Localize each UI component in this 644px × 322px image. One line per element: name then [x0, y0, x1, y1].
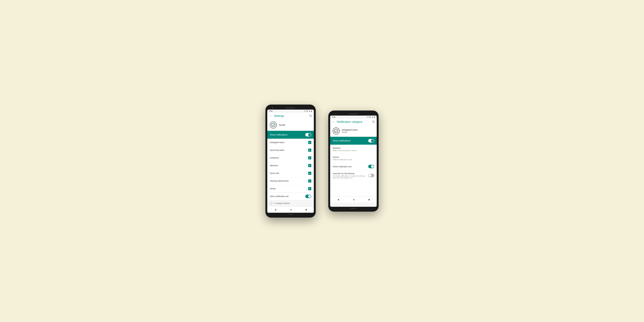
item-label: Upcoming tasks: [270, 149, 306, 151]
sound-title: Sound: [333, 156, 339, 158]
divider: [306, 140, 306, 144]
phone-2: 9:00 ▾ LTE ▲ ▮ ← Notification category: [328, 110, 378, 212]
show-notifications-header: Show notifications: [267, 131, 314, 139]
checkbox-invitations[interactable]: [308, 156, 311, 160]
svg-point-0: [310, 115, 311, 116]
svg-line-4: [374, 122, 374, 123]
svg-line-1: [311, 116, 312, 117]
checkbox-upcoming[interactable]: [308, 148, 311, 152]
battery-icon-2: ▮: [374, 116, 375, 118]
notification-dot-toggle[interactable]: [368, 165, 374, 168]
allow-notification-dot-label: Allow notification dot: [270, 195, 305, 198]
sound-subtitle: Default notification sound: [333, 159, 352, 160]
phone-1-top: [267, 106, 314, 110]
phone-1-bottom-bar: [288, 214, 294, 215]
wifi-icon: ▾: [304, 110, 305, 112]
notification-dot-title-wrapper: Show notification dot: [333, 166, 368, 168]
phone-1-nav-bar: ◄ ● ■: [267, 206, 314, 213]
allow-notification-dot-toggle[interactable]: [305, 195, 311, 198]
sound-item[interactable]: Sound Default notification sound: [330, 154, 377, 163]
nav-back-button[interactable]: ◄: [274, 208, 276, 211]
wifi-icon-2: ▾: [367, 116, 368, 118]
list-item[interactable]: Nozbe: [267, 185, 314, 192]
phone-2-screen: 9:00 ▾ LTE ▲ ▮ ← Notification category: [330, 116, 377, 207]
phone-2-status-bar: 9:00 ▾ LTE ▲ ▮: [330, 116, 377, 119]
nav-back-button-2[interactable]: ◄: [337, 198, 340, 201]
nav-home-button[interactable]: ●: [290, 208, 292, 211]
search-icon-2[interactable]: [372, 120, 375, 124]
divider: [306, 164, 306, 168]
notification-category-settings-list: Behavior Make sound and pop on screen So…: [330, 145, 377, 181]
phone-2-top: [330, 112, 377, 116]
checkbox-nozbe[interactable]: [308, 187, 311, 190]
phone-2-nav-bar: ◄ ● ■: [330, 196, 377, 203]
lte-label: LTE: [305, 110, 308, 112]
list-item[interactable]: Invitations: [267, 154, 314, 162]
nav-recent-button[interactable]: ■: [306, 208, 307, 211]
spacer: [330, 181, 377, 196]
checkbox-mentions[interactable]: [308, 164, 311, 167]
allow-notification-dot-row[interactable]: Allow notification dot: [267, 192, 314, 200]
divider: [306, 187, 306, 190]
app-icon-row-2: Delegated tasks Nozbe: [330, 125, 377, 137]
item-label: Sharing Attachments: [270, 180, 306, 182]
phone-2-app-bar: ← Notification category: [330, 119, 377, 125]
back-button[interactable]: ←: [269, 114, 272, 118]
item-label: Invitations: [270, 156, 306, 159]
signal-icon: ▲: [309, 110, 310, 112]
show-notifications-toggle[interactable]: [305, 133, 311, 136]
item-label: Nozbe: [270, 188, 306, 190]
show-notifications-label-2: Show notifications: [333, 140, 350, 142]
notification-dot-title: Show notification dot: [333, 166, 368, 168]
nav-recent-button-2[interactable]: ■: [368, 198, 370, 201]
search-icon[interactable]: [309, 114, 312, 118]
phone-1-time: 9:00: [269, 110, 272, 112]
back-button-2[interactable]: ←: [332, 120, 335, 124]
phone-1-app-bar: ← Settings: [267, 113, 314, 119]
behavior-subtitle: Make sound and pop on screen: [333, 150, 357, 152]
list-item[interactable]: Upcoming tasks: [267, 146, 314, 154]
app-name-label: Nozbe: [279, 124, 285, 126]
phone-1-camera: [272, 107, 274, 109]
show-notifications-toggle-2[interactable]: [368, 139, 374, 142]
checkbox-quickadd[interactable]: [308, 172, 311, 175]
phone-2-speaker: [349, 113, 358, 114]
behavior-item[interactable]: Behavior Make sound and pop on screen: [330, 145, 377, 154]
nozbe-app-icon-2: [333, 128, 340, 134]
list-item[interactable]: Sharing Attachments: [267, 177, 314, 185]
phone-2-bottom-bar: [350, 208, 356, 209]
notification-dot-item[interactable]: Show notification dot: [330, 163, 377, 170]
svg-point-3: [372, 121, 374, 122]
app-icon-subtitle: Nozbe: [342, 131, 358, 133]
divider: [306, 172, 306, 175]
phone-1-status-icons: ▾ LTE ▲ ▮: [304, 110, 312, 112]
phone-2-status-icons: ▾ LTE ▲ ▮: [367, 116, 375, 118]
svg-point-5: [334, 129, 338, 133]
notification-category-title: Notification category: [337, 120, 370, 124]
checkbox-delegated[interactable]: [308, 141, 311, 144]
app-icon-row: Nozbe: [267, 119, 314, 131]
list-item[interactable]: Mentions: [267, 162, 314, 170]
dnd-toggle[interactable]: [368, 174, 374, 177]
list-item[interactable]: Quick Add: [267, 170, 314, 177]
show-notifications-label: Show notifications: [270, 134, 288, 136]
checkbox-sharing[interactable]: [308, 180, 311, 182]
dnd-text-wrapper: Override Do Not Disturb Let these notifi…: [333, 172, 368, 179]
item-label: Delegated tasks: [270, 141, 306, 144]
svg-point-2: [271, 123, 275, 127]
phone-1-bottom: [267, 213, 314, 216]
list-item[interactable]: Delegated tasks: [267, 139, 314, 146]
phones-container: 9:00 ▾ LTE ▲ ▮ ← Settings: [266, 104, 378, 218]
do-not-disturb-item[interactable]: Override Do Not Disturb Let these notifi…: [330, 170, 377, 181]
phone-2-time: 9:00: [332, 116, 335, 118]
phone-1-screen: 9:00 ▾ LTE ▲ ▮ ← Settings: [267, 110, 314, 213]
phone-2-camera: [335, 113, 336, 115]
category-deleted-row: i 1 category deleted: [267, 200, 314, 206]
item-label: Mentions: [270, 164, 306, 167]
phone-1-status-bar: 9:00 ▾ LTE ▲ ▮: [267, 110, 314, 113]
notification-items-list: Delegated tasks Upcoming tasks Invitatio…: [267, 139, 314, 192]
nav-home-button-2[interactable]: ●: [353, 198, 355, 201]
signal-icon-2: ▲: [372, 116, 373, 118]
divider: [306, 156, 306, 160]
divider: [306, 179, 306, 183]
